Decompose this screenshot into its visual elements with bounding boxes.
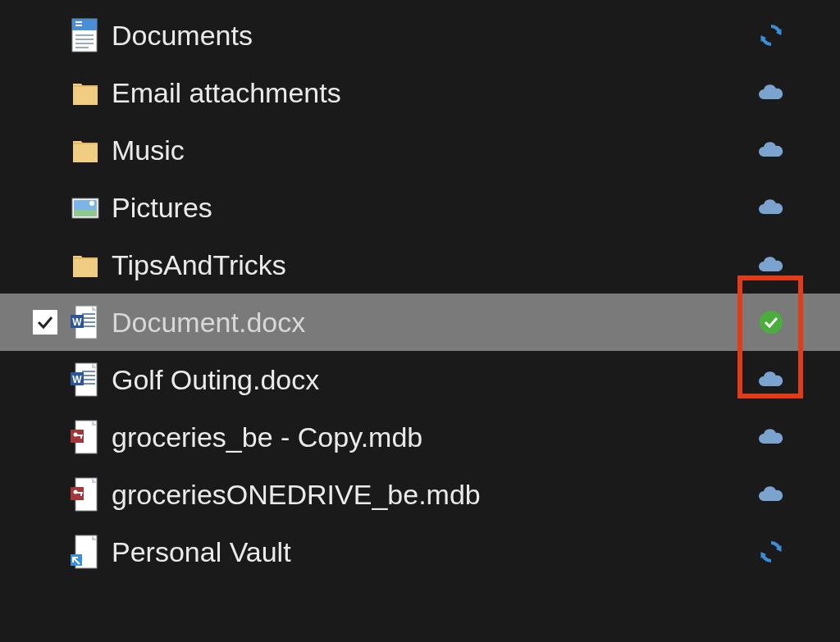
svg-rect-26: [82, 375, 95, 376]
cloud-icon: [751, 366, 791, 394]
folder-icon: [71, 75, 112, 110]
checkbox[interactable]: [33, 310, 57, 335]
file-name: Document.docx: [112, 307, 751, 339]
file-name: Email attachments: [112, 77, 751, 109]
svg-rect-16: [82, 313, 95, 315]
svg-rect-42: [80, 492, 82, 496]
list-item[interactable]: W Document.docx: [0, 294, 840, 351]
file-name: Music: [112, 134, 751, 166]
synced-check-icon: [751, 308, 791, 336]
file-list: Documents Email attachments: [0, 7, 840, 581]
list-item[interactable]: Music: [0, 121, 840, 179]
list-item[interactable]: Pictures: [0, 179, 840, 236]
svg-rect-4: [75, 34, 94, 36]
file-name: Pictures: [112, 192, 751, 224]
svg-rect-27: [82, 379, 95, 380]
file-name: Golf Outing.docx: [112, 364, 751, 396]
svg-point-13: [89, 201, 94, 206]
svg-text:W: W: [72, 316, 82, 328]
svg-rect-28: [82, 383, 95, 385]
svg-rect-25: [82, 371, 95, 372]
svg-rect-36: [80, 435, 82, 439]
svg-rect-18: [82, 321, 95, 323]
list-item[interactable]: groceriesONEDRIVE_be.mdb: [0, 466, 840, 523]
sync-icon: [751, 538, 791, 566]
file-name: Documents: [112, 20, 751, 52]
word-file-icon: W: [71, 362, 112, 397]
svg-rect-7: [75, 47, 89, 48]
cloud-icon: [751, 423, 791, 451]
svg-rect-6: [75, 43, 94, 44]
svg-rect-19: [82, 326, 95, 327]
svg-rect-5: [75, 39, 94, 40]
document-library-icon: [71, 18, 112, 52]
file-name: TipsAndTricks: [112, 249, 751, 281]
svg-point-22: [760, 311, 783, 334]
svg-rect-12: [74, 210, 97, 216]
word-file-icon: W: [71, 305, 112, 339]
access-file-icon: [71, 477, 112, 512]
folder-icon: [71, 248, 112, 282]
list-item[interactable]: Documents: [0, 7, 840, 64]
list-item[interactable]: TipsAndTricks: [0, 236, 840, 294]
vault-shortcut-icon: [71, 535, 112, 569]
svg-rect-3: [75, 25, 82, 26]
file-name: Personal Vault: [112, 536, 751, 568]
file-name: groceriesONEDRIVE_be.mdb: [112, 479, 751, 511]
cloud-icon: [751, 251, 791, 279]
sync-icon: [751, 21, 791, 49]
folder-icon: [71, 133, 112, 167]
list-item[interactable]: Personal Vault: [0, 523, 840, 581]
file-name: groceries_be - Copy.mdb: [112, 421, 751, 453]
cloud-icon: [751, 480, 791, 508]
cloud-icon: [751, 79, 791, 107]
pictures-library-icon: [71, 190, 112, 225]
svg-rect-17: [82, 317, 95, 319]
list-item[interactable]: Email attachments: [0, 64, 840, 121]
list-item[interactable]: groceries_be - Copy.mdb: [0, 408, 840, 466]
cloud-icon: [751, 194, 791, 221]
access-file-icon: [71, 420, 112, 454]
checkbox-slot: [33, 310, 71, 335]
list-item[interactable]: W Golf Outing.docx: [0, 351, 840, 408]
svg-rect-2: [75, 21, 82, 23]
cloud-icon: [751, 136, 791, 164]
svg-text:W: W: [72, 374, 82, 385]
